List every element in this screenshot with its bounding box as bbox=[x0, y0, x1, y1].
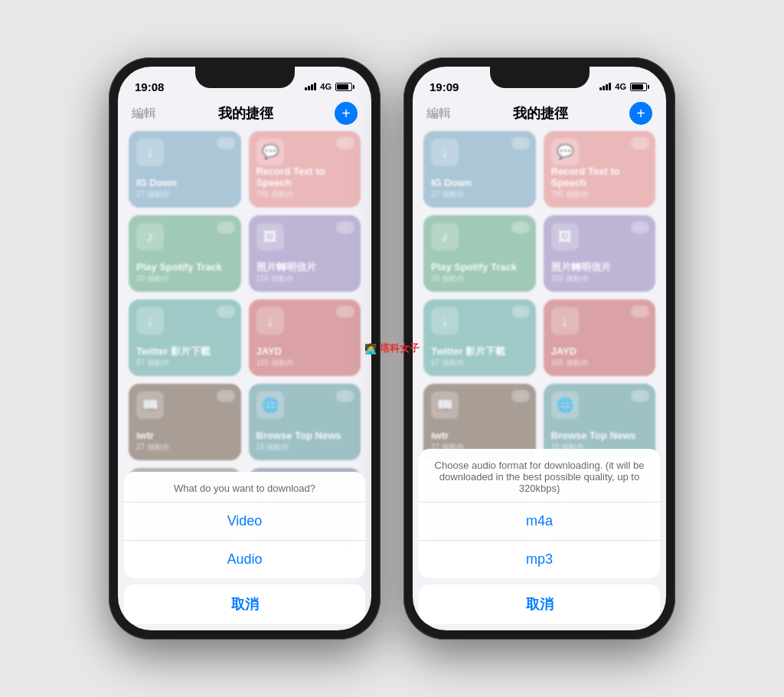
shortcut-spotify-right[interactable]: ··· ♪ Play Spotify Track 20 個動作 bbox=[423, 215, 536, 292]
phone-left-screen: 19:08 4G 編輯 我的捷徑 + bbox=[118, 67, 371, 630]
4g-right: 4G bbox=[615, 82, 626, 91]
shortcut-iwtr-left[interactable]: ··· 📖 iwtr 27 個動作 bbox=[129, 384, 241, 460]
shortcut-icon-left: ↓ bbox=[136, 139, 164, 166]
status-icons-left: 4G bbox=[305, 82, 354, 91]
battery-left bbox=[335, 83, 354, 91]
notch-left bbox=[195, 67, 295, 88]
phones-container: 19:08 4G 編輯 我的捷徑 + bbox=[109, 57, 675, 640]
action-cancel-left[interactable]: 取消 bbox=[124, 584, 365, 624]
shortcut-count-left: 27 個動作 bbox=[136, 189, 234, 200]
watermark: 👩‍💻 塔科女子 bbox=[364, 342, 420, 355]
action-item-mp3[interactable]: mp3 bbox=[419, 541, 660, 578]
battery-right bbox=[630, 83, 649, 91]
shortcut-ig-down-left[interactable]: ··· ↓ IG Down 27 個動作 bbox=[129, 131, 241, 208]
nav-add-right[interactable]: + bbox=[629, 102, 652, 125]
shortcut-ig-right[interactable]: ··· ↓ IG Down 27 個動作 bbox=[423, 131, 536, 208]
shortcut-menu-left[interactable]: ··· bbox=[217, 137, 235, 149]
shortcut-count-record-left: 795 個動作 bbox=[256, 189, 354, 200]
status-icons-right: 4G bbox=[599, 82, 649, 91]
phone-left: 19:08 4G 編輯 我的捷徑 + bbox=[109, 57, 381, 640]
shortcut-spotify-left[interactable]: ··· ♪ Play Spotify Track 20 個動作 bbox=[129, 215, 241, 292]
action-sheet-left: What do you want to download? Video Audi… bbox=[118, 472, 371, 630]
watermark-text: 塔科女子 bbox=[380, 342, 420, 355]
action-sheet-title-left: What do you want to download? bbox=[124, 472, 365, 502]
nav-add-left[interactable]: + bbox=[335, 102, 358, 125]
nav-title-left: 我的捷徑 bbox=[218, 104, 273, 123]
nav-edit-left[interactable]: 編輯 bbox=[132, 106, 156, 122]
shortcut-record-right[interactable]: ··· 💬 Record Text to Speech 795 個動作 bbox=[544, 131, 656, 208]
time-right: 19:09 bbox=[430, 80, 459, 93]
action-cancel-right[interactable]: 取消 bbox=[419, 584, 660, 624]
action-sheet-right: Choose audio format for downloading. (it… bbox=[413, 449, 666, 630]
nav-bar-left: 編輯 我的捷徑 + bbox=[118, 99, 371, 131]
action-sheet-main-right: Choose audio format for downloading. (it… bbox=[419, 449, 660, 578]
signal-left bbox=[305, 83, 316, 90]
action-item-video[interactable]: Video bbox=[124, 502, 365, 541]
action-sheet-main-left: What do you want to download? Video Audi… bbox=[124, 472, 365, 578]
watermark-emoji: 👩‍💻 bbox=[364, 343, 377, 355]
shortcut-name-left: IG Down bbox=[136, 177, 234, 189]
action-item-audio[interactable]: Audio bbox=[124, 541, 365, 578]
shortcut-menu-record-left[interactable]: ··· bbox=[336, 137, 354, 149]
nav-title-right: 我的捷徑 bbox=[513, 104, 568, 123]
shortcut-icon-record-left: 💬 bbox=[256, 139, 284, 165]
4g-left: 4G bbox=[320, 82, 332, 91]
shortcut-record-left[interactable]: ··· 💬 Record Text to Speech 795 個動作 bbox=[249, 131, 361, 208]
phone-right: 19:09 4G 編輯 我的捷徑 + bbox=[403, 57, 675, 640]
shortcut-jayd-left[interactable]: ··· ↓ JAYD 165 個動作 bbox=[249, 299, 361, 376]
shortcut-photo-right[interactable]: ··· 🖼 照片轉明信片 156 個動作 bbox=[544, 215, 656, 292]
shortcut-jayd-right[interactable]: ··· ↓ JAYD 165 個動作 bbox=[544, 299, 656, 376]
notch-right bbox=[490, 67, 590, 88]
action-sheet-title-right: Choose audio format for downloading. (it… bbox=[419, 449, 660, 502]
action-item-m4a[interactable]: m4a bbox=[419, 502, 660, 541]
shortcut-twitter-right[interactable]: ··· ↓ Twitter 影片下載 67 個動作 bbox=[423, 299, 536, 376]
shortcut-name-record-left: Record Text to Speech bbox=[256, 165, 354, 189]
shortcut-photo-left[interactable]: ··· 🖼 照片轉明信片 156 個動作 bbox=[249, 215, 361, 292]
shortcut-news-left[interactable]: ··· 🌐 Browse Top News 16 個動作 bbox=[249, 384, 361, 460]
nav-edit-right[interactable]: 編輯 bbox=[426, 106, 451, 122]
nav-bar-right: 編輯 我的捷徑 + bbox=[413, 99, 666, 131]
phone-right-screen: 19:09 4G 編輯 我的捷徑 + bbox=[413, 67, 666, 630]
time-left: 19:08 bbox=[135, 80, 164, 93]
signal-right bbox=[599, 83, 611, 90]
shortcut-twitter-left[interactable]: ··· ↓ Twitter 影片下載 67 個動作 bbox=[129, 299, 241, 376]
